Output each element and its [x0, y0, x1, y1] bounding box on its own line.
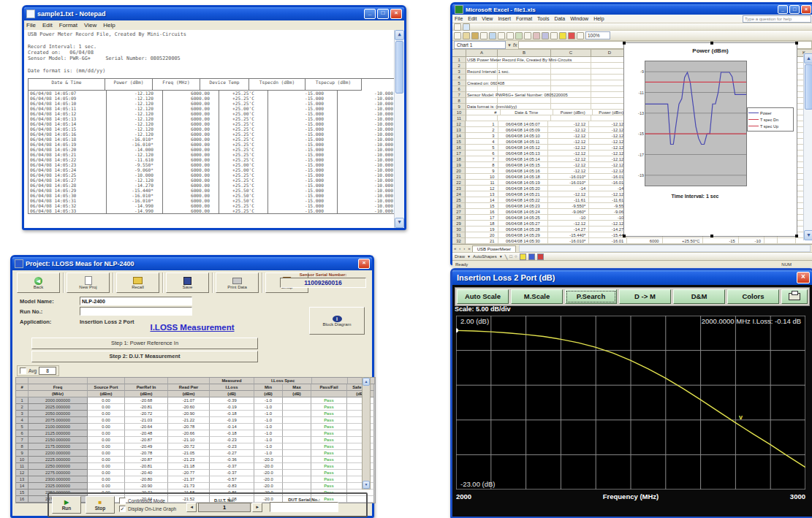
cell[interactable]: 8 — [466, 162, 498, 168]
line-tool-icon[interactable]: ╲ — [505, 254, 508, 259]
cell[interactable]: 3 — [466, 133, 498, 139]
column-header-B[interactable]: B — [498, 50, 551, 56]
selection-handle[interactable] — [710, 42, 713, 45]
tab-last-icon[interactable]: » — [468, 246, 470, 251]
cell[interactable]: 19 — [466, 226, 498, 232]
scroll-up-icon[interactable]: ▲ — [363, 378, 370, 386]
cell[interactable]: 06/04/08 14:05:09 — [498, 127, 549, 133]
row-number[interactable]: 10 — [452, 110, 466, 115]
p-search-button[interactable]: P.Search — [565, 289, 617, 304]
recall-button[interactable]: Recall — [116, 273, 159, 293]
save-icon[interactable] — [471, 32, 479, 39]
excel-vertical-scrollbar[interactable]: ▲ ▼ — [803, 53, 812, 240]
cell[interactable]: 06/04/08 14:05:23 — [498, 203, 549, 209]
cell[interactable] — [466, 80, 498, 86]
cell[interactable] — [498, 115, 551, 121]
redo-icon[interactable] — [550, 32, 558, 39]
row-number[interactable]: 2 — [452, 63, 466, 69]
cell[interactable]: -10 — [739, 238, 764, 244]
undo-icon[interactable] — [542, 32, 549, 39]
cell[interactable] — [551, 104, 591, 110]
cell[interactable] — [551, 98, 591, 104]
row-number[interactable]: 5 — [452, 80, 466, 86]
dut-serial-input[interactable] — [270, 502, 338, 512]
cell[interactable]: -12.12 — [589, 139, 627, 145]
cell[interactable]: -16.010* — [548, 180, 589, 186]
selection-handle[interactable] — [623, 235, 626, 237]
toolbar-icon[interactable] — [463, 23, 470, 31]
cell[interactable] — [498, 98, 551, 104]
cell[interactable] — [498, 63, 551, 69]
scrollbar-thumb[interactable] — [395, 41, 403, 94]
maximize-icon[interactable]: □ — [789, 5, 800, 14]
cell[interactable]: 06/04/08 14:05:19 — [498, 180, 549, 186]
notepad-menu-help[interactable]: Help — [103, 22, 115, 28]
row-number[interactable]: 3 — [452, 69, 466, 75]
cell[interactable]: 06/04/08 14:05:15 — [498, 162, 549, 168]
print-icon[interactable] — [489, 32, 496, 39]
row-number[interactable]: 27 — [452, 209, 466, 215]
step2-button[interactable]: Step 2: D.U.T Measurement — [31, 351, 258, 362]
notepad-menu-view[interactable]: View — [84, 22, 96, 28]
scroll-down-icon[interactable]: ▼ — [363, 481, 370, 489]
close-icon[interactable]: × — [390, 9, 402, 19]
continuous-mode-checkbox[interactable] — [119, 498, 126, 504]
row-number[interactable]: 26 — [452, 203, 466, 209]
tab-prev-icon[interactable]: ‹ — [459, 246, 460, 251]
cell[interactable]: 21 — [466, 238, 498, 244]
fill-color-icon[interactable] — [520, 254, 526, 260]
print-data-button[interactable]: Print Data — [216, 273, 259, 293]
cell[interactable]: 06/04/08 14:05:07 — [498, 121, 549, 127]
cell[interactable]: -12.12 — [589, 162, 627, 168]
cell[interactable]: 2 — [466, 127, 498, 133]
cell[interactable]: -12.12 — [548, 151, 589, 156]
notepad-menu-file[interactable]: File — [26, 22, 36, 28]
cell[interactable]: -12.12 — [548, 127, 589, 133]
close-icon[interactable]: × — [801, 5, 811, 14]
chart-wizard-icon[interactable] — [568, 32, 575, 39]
cell[interactable]: 14 — [466, 197, 498, 203]
step1-button[interactable]: Step 1: Power Reference In — [31, 338, 258, 349]
cell[interactable] — [551, 63, 591, 69]
cell[interactable]: -11.61 — [548, 197, 589, 203]
dut-no-value[interactable]: 1 — [198, 503, 251, 512]
scroll-down-icon[interactable]: ▼ — [395, 218, 404, 228]
cell[interactable]: -12.12 — [589, 168, 627, 174]
cell[interactable]: 6000 — [627, 238, 662, 244]
row-number[interactable]: 8 — [452, 98, 466, 104]
m-scale-button[interactable]: M.Scale — [511, 289, 563, 304]
cell[interactable] — [466, 86, 498, 92]
cell[interactable]: 12 — [466, 186, 498, 191]
table-scrollbar[interactable]: ▲ ▼ — [362, 377, 371, 490]
open-icon[interactable] — [463, 32, 470, 39]
select-all-corner[interactable] — [452, 50, 466, 56]
stop-button[interactable]: ■ Stop — [86, 496, 115, 514]
notepad-text-area[interactable]: USB Power Meter Record File, Created By … — [24, 30, 404, 228]
maximize-icon[interactable]: □ — [377, 9, 389, 19]
cell[interactable]: 18 — [466, 221, 498, 226]
row-number[interactable]: 6 — [452, 86, 466, 92]
cell[interactable]: 16 — [466, 209, 498, 215]
cell[interactable]: 06/04/08 14:05:10 — [498, 133, 549, 139]
graph-titlebar[interactable]: Insertion Loss 2 Port (dB) × — [452, 270, 812, 285]
cell[interactable]: 7 — [466, 156, 498, 162]
cell[interactable]: 5 — [466, 145, 498, 151]
cell[interactable]: 06/04/08 14:05:27 — [498, 221, 549, 226]
selection-handle[interactable] — [795, 42, 798, 45]
excel-embedded-chart[interactable]: Power (dBm) -9-11-13-15-17-19 Time Inter… — [623, 42, 797, 237]
cell[interactable]: 11 — [466, 180, 498, 186]
scroll-up-icon[interactable]: ▲ — [395, 30, 404, 40]
cell[interactable]: -16.01 — [589, 174, 627, 180]
cell[interactable] — [466, 115, 498, 121]
cell[interactable]: -9.55 — [589, 203, 627, 209]
cell[interactable]: -16.01 — [589, 238, 627, 244]
cell[interactable] — [466, 69, 498, 75]
d-m-button[interactable]: D&M — [673, 289, 725, 304]
cell[interactable]: 9 — [466, 168, 498, 174]
cell[interactable]: -12.12 — [548, 145, 589, 151]
auto-scale-button[interactable]: Auto Scale — [457, 289, 509, 304]
cell[interactable]: -12.12 — [589, 121, 627, 127]
cell[interactable]: 06/04/08 14:05:12 — [498, 145, 549, 151]
toolbar-icon[interactable] — [454, 23, 461, 31]
cell[interactable]: 1 — [466, 121, 498, 127]
